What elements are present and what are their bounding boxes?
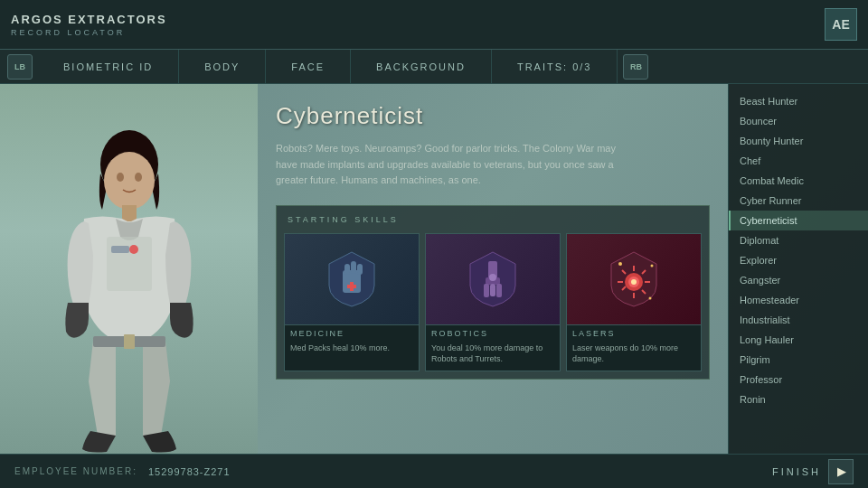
character-area bbox=[0, 84, 258, 454]
svg-point-3 bbox=[135, 173, 142, 182]
app-info: ARGOS EXTRACTORS RECORD LOCATOR bbox=[11, 13, 167, 37]
skill-lasers: LASERS Laser weapons do 10% more damage. bbox=[566, 233, 702, 371]
nav-traits[interactable]: TRAITS: 0/3 bbox=[492, 50, 618, 84]
background-list-item[interactable]: Industrialist bbox=[729, 310, 868, 330]
top-bar: ARGOS EXTRACTORS RECORD LOCATOR AE bbox=[0, 0, 868, 50]
background-list-item[interactable]: Cyber Runner bbox=[729, 191, 868, 211]
background-list-item[interactable]: Explorer bbox=[729, 250, 868, 270]
nav-face[interactable]: FACE bbox=[266, 50, 351, 84]
svg-point-34 bbox=[618, 262, 622, 266]
background-list-item[interactable]: Bounty Hunter bbox=[729, 131, 868, 151]
skill-robotics-icon-area bbox=[426, 234, 560, 324]
background-list-item[interactable]: Gangster bbox=[729, 270, 868, 290]
background-list-item[interactable]: Ronin bbox=[729, 389, 868, 409]
background-list-item[interactable]: Beast Hunter bbox=[729, 91, 868, 111]
svg-point-22 bbox=[490, 284, 495, 289]
employee-label: EMPLOYEE NUMBER: bbox=[14, 466, 137, 476]
skill-lasers-desc: Laser weapons do 10% more damage. bbox=[567, 340, 701, 371]
nav-body[interactable]: BODY bbox=[179, 50, 266, 84]
svg-point-36 bbox=[651, 264, 654, 267]
skill-lasers-icon-area bbox=[567, 234, 701, 324]
info-panel: Cyberneticist Robots? Mere toys. Neuroam… bbox=[258, 84, 728, 454]
employee-number: 15299783-Z271 bbox=[148, 466, 231, 477]
background-list-item[interactable]: Diplomat bbox=[729, 230, 868, 250]
nav-background[interactable]: BACKGROUND bbox=[351, 50, 492, 84]
main-content: Cyberneticist Robots? Mere toys. Neuroam… bbox=[0, 84, 868, 454]
svg-point-25 bbox=[631, 279, 637, 285]
finish-button[interactable]: FINISH ▶ bbox=[772, 459, 854, 484]
svg-rect-18 bbox=[484, 284, 489, 297]
skill-robotics-name: ROBOTICS bbox=[426, 324, 560, 340]
svg-point-21 bbox=[489, 274, 496, 281]
svg-rect-15 bbox=[347, 285, 356, 288]
svg-rect-9 bbox=[124, 334, 135, 349]
nav-biometric-id[interactable]: BIOMETRIC ID bbox=[38, 50, 179, 84]
rb-trigger[interactable]: RB bbox=[623, 54, 648, 80]
background-list-item[interactable]: Homesteader bbox=[729, 290, 868, 310]
svg-point-1 bbox=[104, 152, 155, 210]
svg-rect-6 bbox=[111, 246, 129, 253]
nav-bar: LB BIOMETRIC ID BODY FACE BACKGROUND TRA… bbox=[0, 50, 868, 84]
background-list-item[interactable]: Cyberneticist bbox=[729, 211, 868, 230]
employee-info: EMPLOYEE NUMBER: 15299783-Z271 bbox=[14, 466, 231, 477]
background-description: Robots? Mere toys. Neuroamps? Good for p… bbox=[276, 141, 637, 189]
background-list-item[interactable]: Long Hauler bbox=[729, 330, 868, 350]
svg-point-2 bbox=[117, 173, 124, 182]
skill-medicine-icon-area bbox=[285, 234, 419, 324]
skill-medicine-name: MEDICINE bbox=[285, 324, 419, 340]
svg-rect-13 bbox=[357, 264, 363, 275]
background-list-item[interactable]: Bouncer bbox=[729, 111, 868, 131]
skill-medicine: MEDICINE Med Packs heal 10% more. bbox=[284, 233, 420, 371]
skills-grid: MEDICINE Med Packs heal 10% more. bbox=[284, 233, 702, 371]
svg-rect-11 bbox=[344, 264, 350, 275]
background-list-panel[interactable]: Beast HunterBouncerBounty HunterChefComb… bbox=[728, 84, 868, 454]
skills-header: STARTING SKILLS bbox=[284, 213, 702, 226]
skill-robotics: ROBOTICS You deal 10% more damage to Rob… bbox=[425, 233, 561, 371]
skills-container: STARTING SKILLS bbox=[276, 205, 710, 380]
background-list-item[interactable]: Chef bbox=[729, 151, 868, 171]
svg-rect-12 bbox=[351, 261, 356, 274]
app-subtitle: RECORD LOCATOR bbox=[11, 28, 167, 37]
app-title: ARGOS EXTRACTORS bbox=[11, 13, 167, 26]
bottom-bar: EMPLOYEE NUMBER: 15299783-Z271 FINISH ▶ bbox=[0, 454, 868, 488]
background-list-item[interactable]: Professor bbox=[729, 370, 868, 389]
finish-label: FINISH bbox=[772, 466, 821, 477]
background-list-item[interactable]: Pilgrim bbox=[729, 350, 868, 370]
skill-lasers-name: LASERS bbox=[567, 324, 701, 340]
svg-rect-19 bbox=[496, 284, 502, 297]
background-title: Cyberneticist bbox=[276, 102, 710, 130]
lb-trigger[interactable]: LB bbox=[7, 54, 33, 80]
svg-point-7 bbox=[129, 245, 138, 254]
svg-rect-4 bbox=[122, 205, 137, 221]
skill-medicine-desc: Med Packs heal 10% more. bbox=[285, 340, 419, 371]
skill-robotics-desc: You deal 10% more damage to Robots and T… bbox=[426, 340, 560, 371]
finish-icon[interactable]: ▶ bbox=[828, 459, 854, 484]
svg-rect-5 bbox=[107, 237, 152, 291]
svg-point-35 bbox=[649, 296, 652, 299]
background-list-item[interactable]: Combat Medic bbox=[729, 171, 868, 191]
app-logo: AE bbox=[825, 8, 857, 41]
character-figure bbox=[30, 128, 229, 454]
